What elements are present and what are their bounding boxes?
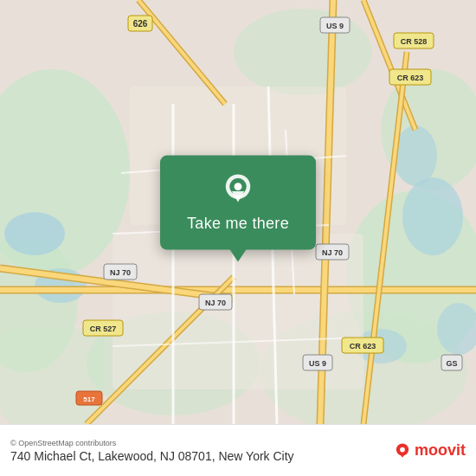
- moovit-pin-icon: [394, 442, 411, 460]
- svg-marker-68: [399, 453, 405, 457]
- svg-point-67: [400, 447, 405, 452]
- svg-text:CR 528: CR 528: [401, 37, 428, 46]
- svg-point-12: [394, 125, 437, 186]
- popup-box: Take me there: [160, 156, 316, 250]
- moovit-logo: moovit: [394, 441, 466, 460]
- svg-text:CR 623: CR 623: [397, 74, 424, 82]
- svg-text:626: 626: [133, 19, 148, 29]
- svg-point-64: [235, 183, 242, 190]
- svg-point-9: [4, 212, 65, 255]
- moovit-logo-text: moovit: [415, 441, 466, 460]
- footer: © OpenStreetMap contributors 740 Michael…: [0, 424, 476, 476]
- svg-text:NJ 70: NJ 70: [322, 248, 343, 257]
- svg-text:NJ 70: NJ 70: [205, 299, 226, 307]
- svg-text:517: 517: [83, 396, 95, 403]
- map-container: 626 US 9 CR 528 CR 623 CR 527 NJ 70 NJ 7…: [0, 0, 476, 424]
- svg-text:GS: GS: [446, 359, 457, 368]
- svg-text:NJ 70: NJ 70: [110, 268, 131, 277]
- svg-text:US 9: US 9: [309, 359, 326, 368]
- svg-text:US 9: US 9: [326, 22, 344, 30]
- location-pin-icon: [221, 173, 255, 208]
- address-text: 740 Michael Ct, Lakewood, NJ 08701, New …: [10, 449, 394, 463]
- svg-text:CR 527: CR 527: [90, 325, 117, 333]
- svg-point-11: [402, 177, 463, 255]
- osm-attribution: © OpenStreetMap contributors: [10, 439, 394, 447]
- svg-text:CR 623: CR 623: [350, 342, 376, 351]
- footer-left: © OpenStreetMap contributors 740 Michael…: [10, 439, 394, 463]
- svg-rect-7: [0, 329, 104, 424]
- svg-point-6: [234, 9, 372, 95]
- take-me-there-button[interactable]: Take me there: [187, 215, 289, 233]
- popup-overlay: Take me there: [160, 156, 316, 250]
